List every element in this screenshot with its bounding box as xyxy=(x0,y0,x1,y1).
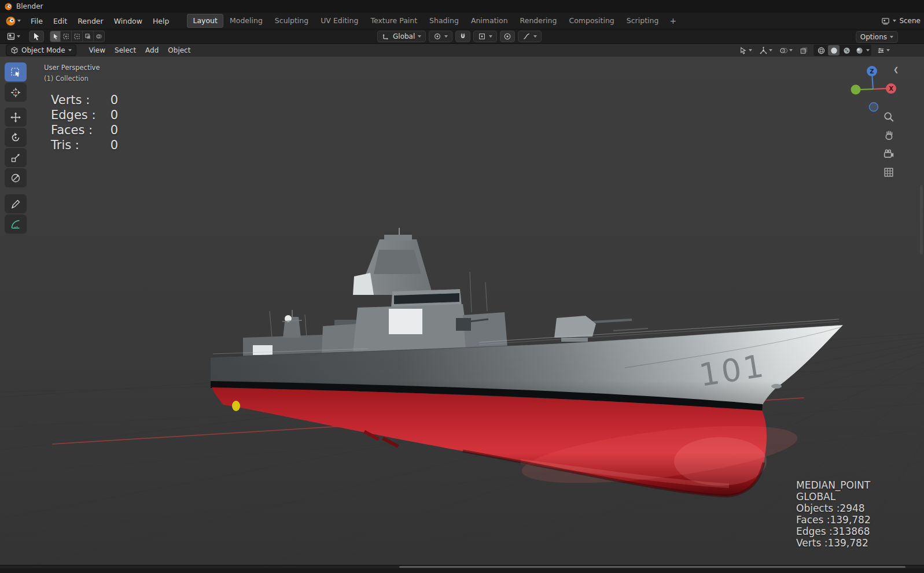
shading-material-button[interactable] xyxy=(841,45,852,56)
tab-rendering[interactable]: Rendering xyxy=(514,14,563,28)
bow-fitting xyxy=(771,384,782,389)
scale-icon xyxy=(10,152,21,164)
viewport-nav-buttons xyxy=(882,110,896,179)
projection-toggle-button[interactable] xyxy=(882,165,896,179)
tab-shading[interactable]: Shading xyxy=(424,14,465,28)
select-mode-invert-button[interactable] xyxy=(83,31,94,42)
active-tool-indicator[interactable] xyxy=(29,31,44,42)
pan-hand-icon xyxy=(883,130,894,141)
scene-selector[interactable]: Scene xyxy=(881,17,924,25)
gizmos-dropdown[interactable] xyxy=(757,46,774,56)
viewport-vertical-scrollbar[interactable] xyxy=(920,185,923,254)
tab-texture-paint[interactable]: Texture Paint xyxy=(365,14,423,28)
status-bar xyxy=(0,565,924,573)
hangar-door xyxy=(253,345,273,355)
tab-compositing[interactable]: Compositing xyxy=(563,14,620,28)
gizmo-neg-z-axis[interactable] xyxy=(870,103,878,112)
selectability-filter-dropdown[interactable] xyxy=(737,46,754,56)
cursor-tool-button[interactable] xyxy=(5,83,27,102)
transform-tool-button[interactable] xyxy=(5,168,27,187)
viewport-settings-dropdown[interactable] xyxy=(875,46,892,56)
3d-viewport[interactable]: 101 xyxy=(0,57,924,565)
proportional-editing-button[interactable] xyxy=(500,31,515,42)
orientation-axes-icon xyxy=(382,32,390,40)
stat-verts: Verts : 0 xyxy=(51,93,118,108)
shading-rendered-button[interactable] xyxy=(853,45,865,56)
menu-render[interactable]: Render xyxy=(72,13,109,29)
stat-label: Tris : xyxy=(51,138,79,153)
tab-scripting[interactable]: Scripting xyxy=(621,14,665,28)
transform-settings: Global xyxy=(377,31,542,42)
camera-view-button[interactable] xyxy=(882,147,896,161)
chevron-down-icon xyxy=(789,49,793,51)
viewport-header-right xyxy=(737,45,918,56)
workspace-tabs: Layout Modeling Sculpting UV Editing Tex… xyxy=(187,13,681,29)
stat-value: 0 xyxy=(111,108,118,123)
transform-icon xyxy=(10,172,21,184)
falloff-dropdown[interactable] xyxy=(518,31,542,42)
zoom-button[interactable] xyxy=(882,110,896,124)
menu-view[interactable]: View xyxy=(84,44,110,57)
stat-value: 0 xyxy=(111,123,118,138)
viewport-info-text: User Perspective (1) Collection xyxy=(44,62,100,84)
xray-toggle[interactable] xyxy=(798,46,810,56)
rotate-tool-button[interactable] xyxy=(5,128,27,147)
gizmo-y-axis[interactable] xyxy=(851,85,861,95)
menu-window[interactable]: Window xyxy=(109,13,148,29)
navigation-gizmo[interactable]: Z X xyxy=(847,61,899,116)
pivot-point-dropdown[interactable] xyxy=(429,31,452,42)
pivot-point-icon xyxy=(433,32,441,40)
viewport-canvas[interactable]: 101 xyxy=(0,57,924,565)
measure-icon xyxy=(10,219,21,230)
shading-solid-button[interactable] xyxy=(828,45,840,56)
editor-type-selector[interactable] xyxy=(5,31,22,42)
stat-label: Verts : xyxy=(51,93,90,108)
measure-tool-button[interactable] xyxy=(5,215,27,234)
move-tool-button[interactable] xyxy=(5,108,27,127)
chevron-down-icon xyxy=(749,49,752,51)
mode-dropdown[interactable]: Object Mode xyxy=(6,45,76,56)
menu-edit[interactable]: Edit xyxy=(48,13,72,29)
select-mode-new-button[interactable] xyxy=(50,31,61,42)
menu-add[interactable]: Add xyxy=(141,44,163,57)
chevron-down-icon xyxy=(418,35,421,38)
stat-faces: Faces : 0 xyxy=(51,123,118,138)
select-mode-extend-button[interactable] xyxy=(61,31,72,42)
active-collection-label: (1) Collection xyxy=(44,73,100,84)
xray-icon xyxy=(800,46,808,55)
overlays-dropdown[interactable] xyxy=(778,46,794,56)
add-workspace-button[interactable]: + xyxy=(665,16,681,25)
snap-target-dropdown[interactable] xyxy=(473,31,497,42)
tool-column xyxy=(5,62,27,235)
gizmo-x-label: X xyxy=(889,86,893,92)
tab-layout[interactable]: Layout xyxy=(187,14,223,28)
menu-object[interactable]: Object xyxy=(163,44,195,57)
orientation-dropdown[interactable]: Global xyxy=(377,31,426,42)
blender-menu-button[interactable] xyxy=(0,13,25,29)
select-invert-icon xyxy=(84,33,91,40)
select-box-tool-button[interactable] xyxy=(5,62,27,82)
tab-animation[interactable]: Animation xyxy=(465,14,514,28)
menu-file[interactable]: File xyxy=(25,13,48,29)
menu-help[interactable]: Help xyxy=(148,13,175,29)
menu-select[interactable]: Select xyxy=(110,44,141,57)
annotate-tool-button[interactable] xyxy=(5,194,27,213)
scale-tool-button[interactable] xyxy=(5,148,27,167)
annotate-pen-icon xyxy=(10,198,21,210)
sidebar-expand-arrow[interactable]: ❮ xyxy=(893,66,899,73)
select-mode-subtract-button[interactable] xyxy=(72,31,83,42)
pan-button[interactable] xyxy=(882,128,896,142)
shading-wireframe-button[interactable] xyxy=(815,45,827,56)
select-mode-intersect-button[interactable] xyxy=(94,31,105,42)
options-dropdown[interactable]: Options xyxy=(856,31,898,43)
chevron-down-icon xyxy=(769,49,772,51)
horizontal-scrollbar-handle[interactable] xyxy=(399,566,905,568)
horizontal-scrollbar-track[interactable] xyxy=(0,565,924,568)
snap-toggle-button[interactable] xyxy=(455,31,470,42)
tab-uv-editing[interactable]: UV Editing xyxy=(315,14,364,28)
tab-modeling[interactable]: Modeling xyxy=(224,14,268,28)
transform-info-overlay: MEDIAN_POINT GLOBAL Objects :2948 Faces … xyxy=(796,479,871,549)
select-extend-icon xyxy=(62,33,69,40)
select-intersect-icon xyxy=(95,33,102,40)
tab-sculpting[interactable]: Sculpting xyxy=(269,14,314,28)
